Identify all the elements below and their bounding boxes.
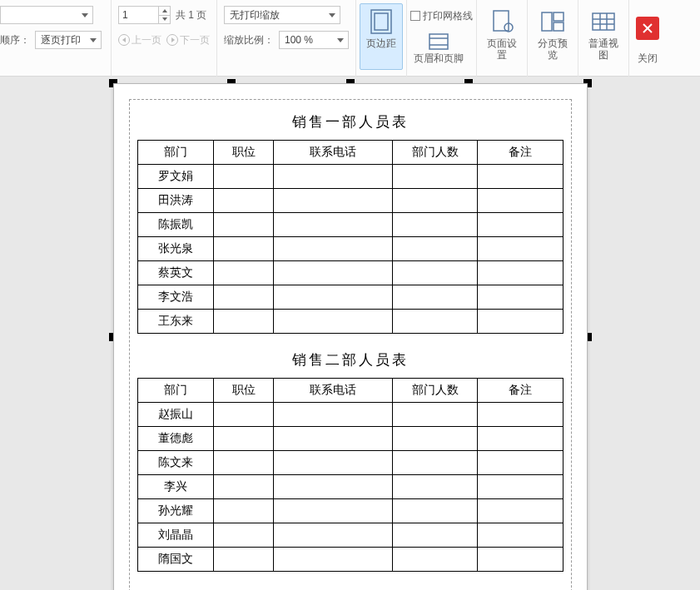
section-title: 销售二部人员表 [137,350,563,369]
table-row: 陈文来 [137,451,563,475]
group-order: 顺序： 逐页打印 [0,0,112,77]
group-scale: 无打印缩放 缩放比例： 100 % [217,0,356,77]
page-spin-down[interactable] [159,15,170,24]
svg-rect-10 [593,13,614,30]
table-section-1: 部门 职位 联系电话 部门人数 备注 罗文娟 田洪涛 陈振凯 张光泉 蔡英文 李… [137,140,563,334]
header-footer-icon [426,32,451,51]
order-label: 顺序： [0,33,30,47]
svg-rect-8 [554,12,563,21]
page-setup-button[interactable]: 页面设置 [480,3,524,70]
close-button[interactable] [636,17,659,40]
svg-rect-7 [542,12,552,31]
table-row: 孙光耀 [137,499,563,523]
group-hf: 打印网格线 页眉和页脚 [407,0,477,77]
table-row: 董德彪 [137,427,563,451]
page-break-icon [540,7,565,36]
table-row: 蔡英文 [137,261,563,285]
svg-rect-1 [375,13,388,30]
table-row: 李兴 [137,475,563,499]
page-setup-icon [489,7,514,36]
normal-view-button[interactable]: 普通视图 [582,3,625,70]
margins-button[interactable]: 页边距 [360,3,403,70]
page-number-spinner[interactable] [118,6,171,24]
table-row: 陈振凯 [137,213,563,237]
margins-icon [369,7,394,36]
table-row: 张光泉 [137,237,563,261]
preview-canvas[interactable]: 销售一部人员表 部门 职位 联系电话 部门人数 备注 罗文娟 田洪涛 陈振凯 张… [0,77,700,590]
header-footer-button[interactable]: 页眉和页脚 [410,28,467,70]
prev-page-button: 上一页 [118,33,161,47]
table-row: 田洪涛 [137,189,563,213]
table-row: 罗文娟 [137,165,563,189]
normal-view-icon [591,7,616,36]
page-break-preview-button[interactable]: 分页预览 [531,3,574,70]
group-pagebreak: 分页预览 [528,0,578,77]
page-spin-up[interactable] [159,7,170,15]
svg-rect-5 [494,11,509,31]
print-gridlines-checkbox[interactable]: 打印网格线 [410,9,473,23]
group-pagesetup: 页面设置 [477,0,528,77]
group-close: 关闭 [629,0,666,71]
scale-value-combo[interactable]: 100 % [279,31,349,49]
table-row: 李文浩 [137,285,563,310]
order-combo[interactable]: 逐页打印 [35,31,102,49]
page-total-label: 共 1 页 [176,8,206,22]
preview-page: 销售一部人员表 部门 职位 联系电话 部门人数 备注 罗文娟 田洪涛 陈振凯 张… [113,83,588,590]
printer-combo[interactable] [0,6,93,24]
close-icon [643,23,653,33]
page-number-input[interactable] [118,6,158,24]
next-page-button: 下一页 [166,33,210,47]
group-page-nav: 共 1 页 上一页 下一页 [112,0,217,77]
svg-rect-9 [554,22,563,31]
scale-mode-combo[interactable]: 无打印缩放 [224,6,340,24]
scale-label: 缩放比例： [224,33,274,47]
table-row: 赵振山 [137,403,563,427]
table-section-2: 部门 职位 联系电话 部门人数 备注 赵振山 董德彪 陈文来 李兴 孙光耀 刘晶… [137,378,563,572]
section-title: 销售一部人员表 [137,112,563,131]
table-header-row: 部门 职位 联系电话 部门人数 备注 [137,379,563,403]
table-header-row: 部门 职位 联系电话 部门人数 备注 [137,141,563,165]
print-preview-toolbar: 顺序： 逐页打印 共 1 页 上一页 下一页 [0,0,700,77]
table-row: 刘晶晶 [137,523,563,548]
table-row: 王东来 [137,310,563,334]
group-margins: 页边距 [356,0,407,77]
group-normal: 普通视图 [578,0,629,77]
table-row: 隋国文 [137,548,563,572]
svg-rect-2 [429,34,448,49]
page-wrap: 销售一部人员表 部门 职位 联系电话 部门人数 备注 罗文娟 田洪涛 陈振凯 张… [113,83,588,590]
close-label: 关闭 [638,52,658,66]
